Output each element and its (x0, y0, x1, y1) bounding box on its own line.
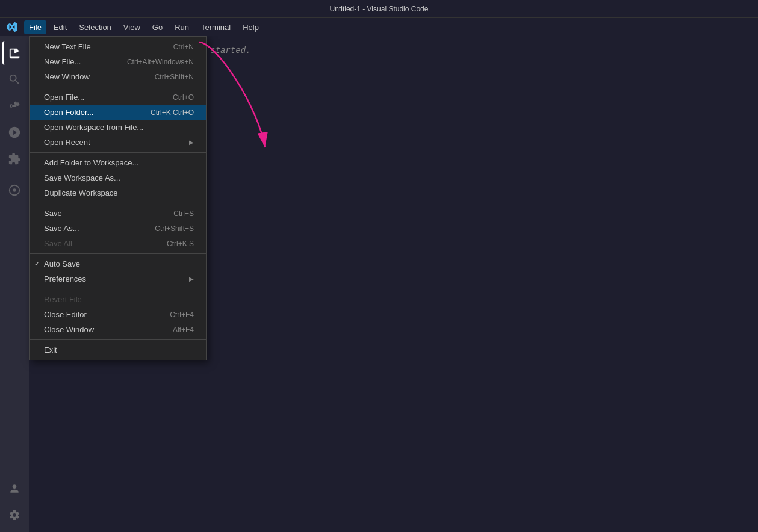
remote-activity-icon[interactable] (2, 178, 26, 202)
menu-bar: FileEditSelectionViewGoRunTerminalHelp (0, 18, 758, 36)
menu-bar-item-view[interactable]: View (119, 20, 145, 34)
menu-section-revert: Revert File Close Editor Ctrl+F4 Close W… (30, 289, 206, 340)
menu-item-auto-save[interactable]: ✓ Auto Save (30, 256, 206, 271)
menu-bar-item-help[interactable]: Help (238, 20, 264, 34)
menu-bar-item-go[interactable]: Go (148, 20, 167, 34)
window-title: Untitled-1 - Visual Studio Code (330, 5, 429, 13)
source-control-activity-icon[interactable] (2, 94, 26, 118)
menu-section-save: Save Ctrl+S Save As... Ctrl+Shift+S Save… (30, 203, 206, 254)
menu-item-close-window[interactable]: Close Window Alt+F4 (30, 322, 206, 337)
menu-section-auto: ✓ Auto Save Preferences ▶ (30, 254, 206, 289)
menu-section-exit: Exit (30, 340, 206, 360)
menu-item-open-recent[interactable]: Open Recent ▶ (30, 135, 206, 150)
menu-bar-item-terminal[interactable]: Terminal (196, 20, 235, 34)
menu-item-save-workspace-as[interactable]: Save Workspace As... (30, 170, 206, 185)
auto-save-check: ✓ (34, 260, 40, 268)
menu-item-revert-file: Revert File (30, 292, 206, 307)
menu-section-workspace: Add Folder to Workspace... Save Workspac… (30, 153, 206, 203)
menu-item-save-as[interactable]: Save As... Ctrl+Shift+S (30, 221, 206, 236)
menu-bar-item-selection[interactable]: Selection (74, 20, 116, 34)
menu-bar-item-file[interactable]: File (24, 20, 46, 34)
settings-activity-icon[interactable] (2, 503, 26, 527)
title-bar: Untitled-1 - Visual Studio Code (0, 0, 758, 18)
menu-bar-item-edit[interactable]: Edit (49, 20, 72, 34)
menu-item-preferences[interactable]: Preferences ▶ (30, 271, 206, 286)
menu-item-save-all: Save All Ctrl+K S (30, 236, 206, 251)
activity-bar-bottom (2, 477, 26, 527)
menu-item-open-workspace[interactable]: Open Workspace from File... (30, 120, 206, 135)
vscode-icon (6, 21, 18, 33)
svg-point-1 (13, 188, 16, 192)
menu-item-close-editor[interactable]: Close Editor Ctrl+F4 (30, 307, 206, 322)
menu-item-new-text-file[interactable]: New Text File Ctrl+N (30, 39, 206, 54)
menu-item-new-window[interactable]: New Window Ctrl+Shift+N (30, 69, 206, 84)
activity-bar (0, 36, 29, 532)
extensions-activity-icon[interactable] (2, 147, 26, 171)
menu-item-open-folder[interactable]: Open Folder... Ctrl+K Ctrl+O (30, 105, 206, 120)
accounts-activity-icon[interactable] (2, 477, 26, 501)
menu-item-new-file[interactable]: New File... Ctrl+Alt+Windows+N (30, 54, 206, 69)
menu-item-add-folder[interactable]: Add Folder to Workspace... (30, 155, 206, 170)
menu-item-save[interactable]: Save Ctrl+S (30, 206, 206, 221)
menu-bar-items: FileEditSelectionViewGoRunTerminalHelp (24, 20, 264, 34)
explorer-icon[interactable] (2, 41, 26, 65)
file-menu-dropdown: New Text File Ctrl+N New File... Ctrl+Al… (29, 36, 207, 360)
menu-item-duplicate-workspace[interactable]: Duplicate Workspace (30, 185, 206, 200)
menu-section-new: New Text File Ctrl+N New File... Ctrl+Al… (30, 37, 206, 87)
run-debug-activity-icon[interactable] (2, 120, 26, 144)
menu-section-open: Open File... Ctrl+O Open Folder... Ctrl+… (30, 87, 206, 153)
menu-item-open-file[interactable]: Open File... Ctrl+O (30, 90, 206, 105)
menu-bar-item-run[interactable]: Run (170, 20, 194, 34)
search-activity-icon[interactable] (2, 67, 26, 91)
menu-item-exit[interactable]: Exit (30, 342, 206, 357)
